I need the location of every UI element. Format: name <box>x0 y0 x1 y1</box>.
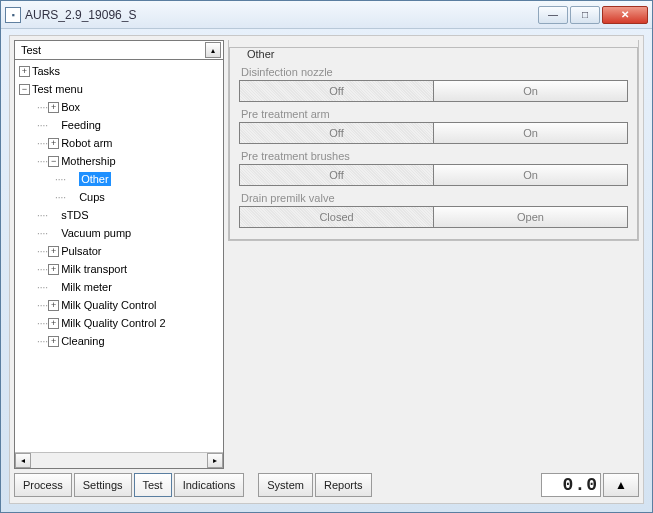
tree-item-label: Cups <box>79 191 105 203</box>
maximize-button[interactable]: □ <box>570 6 600 24</box>
tree-h-scrollbar[interactable]: ◂ ▸ <box>15 452 223 468</box>
field-pre-treatment-brushes: Pre treatment brushesOffOn <box>239 150 628 186</box>
tree-connector-icon: ···· <box>37 120 48 131</box>
tree-connector-icon: ···· <box>37 156 48 167</box>
tab-settings[interactable]: Settings <box>74 473 132 497</box>
bottom-bar: ProcessSettingsTestIndicationsSystemRepo… <box>14 471 639 499</box>
tree-connector-icon: ···· <box>37 300 48 311</box>
plus-icon[interactable]: + <box>48 246 59 257</box>
tree-item-pulsator[interactable]: ····+ Pulsator <box>15 242 223 260</box>
toggle-right-button[interactable]: On <box>433 164 628 186</box>
plus-icon[interactable]: + <box>48 336 59 347</box>
tree-item-feeding[interactable]: ···· Feeding <box>15 116 223 134</box>
tab-system[interactable]: System <box>258 473 313 497</box>
tree-item-milk-meter[interactable]: ···· Milk meter <box>15 278 223 296</box>
tree-item-milk-transport[interactable]: ····+ Milk transport <box>15 260 223 278</box>
tree-connector-icon: ···· <box>37 318 48 329</box>
content-panel: Other Disinfection nozzleOffOnPre treatm… <box>228 40 639 469</box>
window-controls: — □ ✕ <box>538 6 648 24</box>
plus-icon[interactable]: + <box>48 300 59 311</box>
app-window: ▪ AURS_2.9_19096_S — □ ✕ Test ▴ + Tasks−… <box>0 0 653 513</box>
tree-item-label: Vacuum pump <box>61 227 131 239</box>
tree-connector-icon: ···· <box>37 282 48 293</box>
tab-indications[interactable]: Indications <box>174 473 245 497</box>
tree-connector-icon: ···· <box>37 264 48 275</box>
titlebar: ▪ AURS_2.9_19096_S — □ ✕ <box>1 1 652 29</box>
tree-connector-icon: ···· <box>55 192 66 203</box>
tree-item-cleaning[interactable]: ····+ Cleaning <box>15 332 223 350</box>
tree-dropdown-label: Test <box>21 44 41 56</box>
toggle-row: OffOn <box>239 164 628 186</box>
tree-item-mothership[interactable]: ····− Mothership <box>15 152 223 170</box>
minus-icon[interactable]: − <box>48 156 59 167</box>
tree-item-milk-quality-control-2[interactable]: ····+ Milk Quality Control 2 <box>15 314 223 332</box>
field-label: Pre treatment brushes <box>241 150 628 162</box>
tree-item-milk-quality-control[interactable]: ····+ Milk Quality Control <box>15 296 223 314</box>
tree-item-other[interactable]: ···· Other <box>15 170 223 188</box>
group-title: Other <box>243 48 279 60</box>
field-drain-premilk-valve: Drain premilk valveClosedOpen <box>239 192 628 228</box>
tree-item-tasks[interactable]: + Tasks <box>15 62 223 80</box>
toggle-left-button[interactable]: Off <box>239 164 433 186</box>
plus-icon[interactable]: + <box>19 66 30 77</box>
tree-panel: Test ▴ + Tasks− Test menu····+ Box···· F… <box>14 40 224 469</box>
field-label: Disinfection nozzle <box>241 66 628 78</box>
window-title: AURS_2.9_19096_S <box>25 8 538 22</box>
tree-item-cups[interactable]: ···· Cups <box>15 188 223 206</box>
tree-item-label: Mothership <box>61 155 115 167</box>
tree-item-label: sTDS <box>61 209 89 221</box>
field-disinfection-nozzle: Disinfection nozzleOffOn <box>239 66 628 102</box>
app-icon: ▪ <box>5 7 21 23</box>
tree-item-stds[interactable]: ···· sTDS <box>15 206 223 224</box>
tree-connector-icon: ···· <box>55 174 66 185</box>
tree-item-label: Milk transport <box>61 263 127 275</box>
scroll-right-button[interactable]: ▸ <box>207 453 223 468</box>
tree-item-label: Test menu <box>32 83 83 95</box>
tree-item-label: Other <box>81 173 109 185</box>
toggle-row: OffOn <box>239 80 628 102</box>
toggle-left-button[interactable]: Off <box>239 122 433 144</box>
tree-item-label: Feeding <box>61 119 101 131</box>
tree-view[interactable]: + Tasks− Test menu····+ Box···· Feeding·… <box>14 60 224 469</box>
tab-test[interactable]: Test <box>134 473 172 497</box>
toggle-right-button[interactable]: On <box>433 80 628 102</box>
toggle-right-button[interactable]: On <box>433 122 628 144</box>
field-label: Pre treatment arm <box>241 108 628 120</box>
tree-connector-icon: ···· <box>37 336 48 347</box>
tree-item-label: Tasks <box>32 65 60 77</box>
tree-dropdown[interactable]: Test ▴ <box>14 40 224 60</box>
tab-process[interactable]: Process <box>14 473 72 497</box>
tree-item-vacuum-pump[interactable]: ···· Vacuum pump <box>15 224 223 242</box>
tab-reports[interactable]: Reports <box>315 473 372 497</box>
tree-item-label: Milk Quality Control <box>61 299 156 311</box>
plus-icon[interactable]: + <box>48 138 59 149</box>
plus-icon[interactable]: + <box>48 318 59 329</box>
tree-connector-icon: ···· <box>37 246 48 257</box>
tree-item-robot-arm[interactable]: ····+ Robot arm <box>15 134 223 152</box>
tree-item-label: Cleaning <box>61 335 104 347</box>
tree-connector-icon: ···· <box>37 138 48 149</box>
chevron-up-icon: ▴ <box>205 42 221 58</box>
client-area: Test ▴ + Tasks− Test menu····+ Box···· F… <box>9 35 644 504</box>
toggle-left-button[interactable]: Off <box>239 80 433 102</box>
toggle-row: ClosedOpen <box>239 206 628 228</box>
tree-item-box[interactable]: ····+ Box <box>15 98 223 116</box>
close-button[interactable]: ✕ <box>602 6 648 24</box>
field-label: Drain premilk valve <box>241 192 628 204</box>
scroll-left-button[interactable]: ◂ <box>15 453 31 468</box>
minimize-button[interactable]: — <box>538 6 568 24</box>
toggle-right-button[interactable]: Open <box>433 206 628 228</box>
plus-icon[interactable]: + <box>48 264 59 275</box>
tree-item-label: Pulsator <box>61 245 101 257</box>
triangle-button[interactable]: ▲ <box>603 473 639 497</box>
minus-icon[interactable]: − <box>19 84 30 95</box>
tree-item-label: Milk Quality Control 2 <box>61 317 166 329</box>
toggle-row: OffOn <box>239 122 628 144</box>
digital-readout: 0.0 <box>541 473 601 497</box>
toggle-left-button[interactable]: Closed <box>239 206 433 228</box>
plus-icon[interactable]: + <box>48 102 59 113</box>
tree-connector-icon: ···· <box>37 228 48 239</box>
tree-item-test-menu[interactable]: − Test menu <box>15 80 223 98</box>
tree-item-label: Box <box>61 101 80 113</box>
main-row: Test ▴ + Tasks− Test menu····+ Box···· F… <box>14 40 639 469</box>
